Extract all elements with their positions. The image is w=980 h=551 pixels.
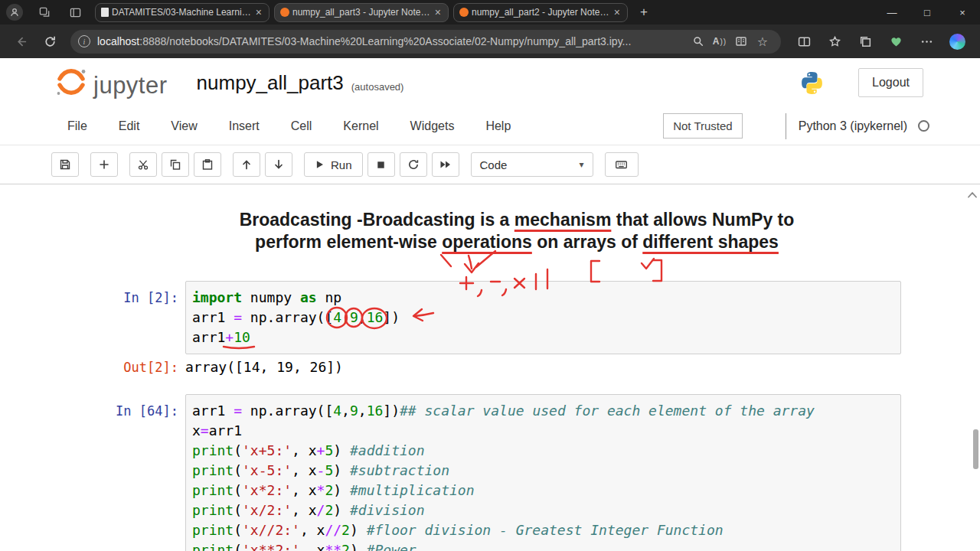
tab-title: DATAMITES/03-Machine Learning (112, 7, 251, 18)
input-prompt: In [64]: (0, 394, 185, 421)
not-trusted-button[interactable]: Not Trusted (663, 113, 743, 139)
back-button[interactable] (8, 28, 34, 54)
python-logo-icon (799, 70, 825, 96)
restart-kernel-button[interactable] (400, 152, 427, 177)
new-tab-button[interactable]: + (634, 2, 654, 22)
cell-type-select[interactable]: Code ▾ (471, 152, 593, 177)
menu-kernel[interactable]: Kernel (343, 119, 378, 133)
keyboard-icon (614, 158, 629, 171)
immersive-reader-icon[interactable] (730, 31, 752, 51)
paste-cell-button[interactable] (194, 152, 221, 177)
markdown-heading-cell[interactable]: Broadcasting -Broadcasting is a mechanis… (157, 209, 877, 253)
restart-icon (407, 158, 420, 171)
cut-cell-button[interactable] (129, 152, 157, 177)
plus-icon (98, 158, 110, 171)
tab-title: numpy_all_part2 - Jupyter Notebook (472, 7, 609, 18)
insert-cell-button[interactable] (90, 152, 118, 177)
move-cell-up-button[interactable] (233, 152, 260, 177)
code-input-area[interactable]: arr1 = np.array([4,9,16])## scalar value… (185, 394, 901, 551)
browser-tab-bar: DATAMITES/03-Machine Learning × numpy_al… (0, 0, 980, 24)
tab-title: numpy_all_part3 - Jupyter Notebook (292, 7, 430, 18)
menu-help[interactable]: Help (485, 119, 511, 133)
menu-edit[interactable]: Edit (119, 119, 140, 133)
close-tab-icon[interactable]: × (612, 7, 622, 18)
jupyter-logo[interactable]: jupyter (54, 68, 168, 97)
window-controls: — □ × (874, 0, 980, 24)
menu-widgets[interactable]: Widgets (410, 119, 455, 133)
maximize-button[interactable]: □ (910, 0, 945, 24)
input-prompt: In [2]: (0, 281, 185, 308)
browser-tab-numpy-part3[interactable]: numpy_all_part3 - Jupyter Notebook × (274, 3, 449, 22)
jupyter-header: jupyter numpy_all_part3 (autosaved) Logo… (0, 58, 980, 107)
address-bar[interactable]: i localhost:8888/notebooks/DATAMITES/03-… (70, 30, 781, 54)
cell-type-value: Code (480, 158, 508, 171)
notebook-title[interactable]: numpy_all_part3 (197, 71, 344, 95)
menu-right: Not Trusted Python 3 (ipykernel) (663, 113, 980, 139)
code-cell-2: In [64]: arr1 = np.array([4,9,16])## sca… (0, 394, 980, 551)
interrupt-kernel-button[interactable] (368, 152, 395, 177)
notebook-content: Broadcasting -Broadcasting is a mechanis… (0, 184, 980, 551)
arrow-down-icon (273, 158, 285, 171)
site-info-icon[interactable]: i (78, 35, 90, 47)
menu-view[interactable]: View (171, 119, 197, 133)
read-aloud-icon[interactable]: A)) (709, 31, 730, 51)
clipboard-icon (201, 158, 214, 171)
restart-run-all-button[interactable] (432, 152, 459, 177)
move-cell-down-button[interactable] (265, 152, 292, 177)
collections-icon[interactable] (850, 28, 880, 54)
copilot-icon[interactable] (942, 28, 972, 54)
run-button[interactable]: Run (304, 152, 363, 177)
heading-line-2: perform element-wise operations on array… (157, 231, 877, 253)
code-input-area[interactable]: import numpy as nparr1 = np.array([4,9,1… (185, 281, 901, 354)
output-prompt: Out[2]: (0, 357, 185, 377)
settings-ellipsis-icon[interactable] (911, 28, 942, 54)
browser-essentials-icon[interactable] (880, 28, 911, 54)
kernel-indicator: Python 3 (ipykernel) (786, 113, 929, 139)
read-aloud-letter: A (713, 36, 720, 47)
favorites-icon[interactable] (819, 28, 850, 54)
minimize-button[interactable]: — (874, 0, 910, 24)
autosave-status: (autosaved) (351, 73, 404, 93)
scissors-icon (137, 158, 149, 171)
url-path: :8888/notebooks/DATAMITES/03-Machine%20L… (139, 35, 631, 47)
copy-cell-button[interactable] (162, 152, 189, 177)
output-text: array([14, 19, 26]) (185, 357, 343, 377)
url-host: localhost (97, 35, 139, 47)
copy-icon (169, 158, 181, 171)
sound-waves: )) (720, 37, 727, 46)
jupyter-favicon (280, 8, 289, 17)
menu-insert[interactable]: Insert (229, 119, 260, 133)
logout-button[interactable]: Logout (858, 68, 923, 97)
search-icon[interactable] (688, 31, 709, 51)
split-screen-icon[interactable] (789, 28, 819, 54)
browser-tab-datamites[interactable]: DATAMITES/03-Machine Learning × (95, 3, 270, 22)
workspaces-icon[interactable] (34, 3, 55, 21)
scroll-up-arrow[interactable] (967, 188, 978, 202)
refresh-button[interactable] (37, 28, 63, 54)
header-right: Logout (799, 68, 980, 97)
output-cell-1: Out[2]: array([14, 19, 26]) (0, 357, 980, 377)
browser-tab-numpy-part2[interactable]: numpy_all_part2 - Jupyter Notebook × (453, 3, 628, 22)
person-icon (9, 7, 20, 18)
browser-nav-bar: i localhost:8888/notebooks/DATAMITES/03-… (0, 24, 980, 58)
url-text[interactable]: localhost:8888/notebooks/DATAMITES/03-Ma… (97, 35, 688, 47)
favorite-star-icon[interactable]: ☆ (752, 31, 773, 51)
close-tab-icon[interactable]: × (433, 7, 443, 18)
command-palette-button[interactable] (605, 152, 639, 177)
kernel-idle-icon (918, 120, 929, 132)
notebook-menu-bar: File Edit View Insert Cell Kernel Widget… (0, 107, 980, 145)
profile-avatar[interactable] (6, 4, 23, 21)
chevron-down-icon: ▾ (580, 159, 584, 170)
close-tab-icon[interactable]: × (254, 7, 263, 18)
tab-actions-icon[interactable] (64, 3, 86, 21)
notebook-toolbar: Run Code ▾ (0, 145, 980, 184)
stop-icon (375, 159, 387, 171)
scrollbar-thumb[interactable] (973, 429, 978, 469)
close-window-button[interactable]: × (945, 0, 980, 24)
menu-file[interactable]: File (67, 119, 87, 133)
jupyter-wordmark: jupyter (93, 74, 168, 97)
save-button[interactable] (51, 152, 79, 177)
browser-window: DATAMITES/03-Machine Learning × numpy_al… (0, 0, 980, 551)
menu-cell[interactable]: Cell (291, 119, 312, 133)
jupyter-planet-icon (54, 68, 89, 97)
